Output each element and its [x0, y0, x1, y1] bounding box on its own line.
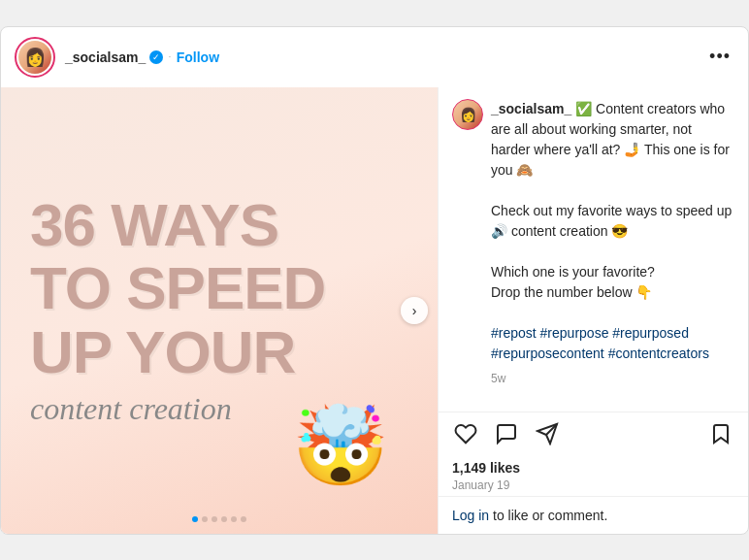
post-right-panel: 👩 _socialsam_ ✅ Content creators who are… — [438, 87, 748, 534]
caption-hashtags[interactable]: #repost #repurpose #repurposed #repurpos… — [491, 325, 709, 361]
carousel-dot-2[interactable] — [202, 516, 208, 522]
carousel-dot-4[interactable] — [221, 516, 227, 522]
post-card: 👩 _socialsam_ • Follow ••• 36 WAYS TO SP… — [0, 26, 749, 535]
post-image-content: 36 WAYS TO SPEED UP YOUR content creatio… — [1, 87, 438, 534]
likes-section: 1,149 likes January 19 — [439, 455, 748, 496]
post-header: 👩 _socialsam_ • Follow ••• — [1, 27, 748, 87]
header-username[interactable]: _socialsam_ — [65, 49, 146, 65]
caption-body-3: Which one is your favorite? — [491, 264, 655, 280]
caption-time: 5w — [491, 370, 734, 387]
carousel-dot-3[interactable] — [212, 516, 217, 522]
bookmark-icon — [709, 422, 733, 445]
caption-row: 👩 _socialsam_ ✅ Content creators who are… — [452, 99, 734, 387]
caption-area: 👩 _socialsam_ ✅ Content creators who are… — [439, 87, 748, 412]
like-button[interactable] — [452, 420, 479, 447]
header-avatar: 👩 — [18, 41, 51, 74]
header-avatar-wrap: 👩 — [15, 37, 55, 78]
dot-separator: • — [169, 54, 170, 59]
actions-bar — [439, 412, 748, 455]
more-options-button[interactable]: ••• — [705, 43, 734, 71]
carousel-dots — [192, 516, 246, 522]
comment-icon — [495, 422, 518, 445]
caption-verified-icon: ✅ — [575, 101, 596, 116]
image-emoji: 🤯 — [292, 408, 389, 485]
caption-text: _socialsam_ ✅ Content creators who are a… — [491, 99, 734, 387]
post-image-panel: 36 WAYS TO SPEED UP YOUR content creatio… — [1, 87, 438, 534]
caption-avatar: 👩 — [452, 99, 483, 130]
verified-icon — [149, 50, 163, 64]
caption-username[interactable]: _socialsam_ — [491, 101, 571, 116]
caption-body-2: Check out my favorite ways to speed up 🔊… — [491, 203, 732, 239]
heart-icon — [454, 422, 477, 445]
image-subtext: content creation — [30, 391, 232, 427]
header-info: _socialsam_ • Follow — [65, 49, 705, 65]
login-link[interactable]: Log in — [452, 508, 489, 523]
image-text-line3: UP YOUR — [30, 320, 295, 383]
login-comment-area: Log in to like or comment. — [439, 496, 748, 534]
post-date: January 19 — [452, 478, 734, 492]
carousel-next-button[interactable]: › — [401, 297, 428, 324]
save-button[interactable] — [707, 420, 734, 447]
carousel-dot-1[interactable] — [192, 516, 198, 522]
image-text-line2: TO SPEED — [30, 256, 325, 319]
post-body: 36 WAYS TO SPEED UP YOUR content creatio… — [1, 87, 748, 534]
comment-button[interactable] — [493, 420, 520, 447]
image-text-line1: 36 WAYS — [30, 193, 278, 256]
carousel-dot-6[interactable] — [241, 516, 246, 522]
follow-button[interactable]: Follow — [177, 49, 219, 65]
likes-count: 1,149 likes — [452, 460, 520, 476]
share-button[interactable] — [534, 420, 561, 447]
caption-body-4: Drop the number below 👇 — [491, 284, 652, 300]
carousel-dot-5[interactable] — [231, 516, 237, 522]
share-icon — [536, 422, 559, 445]
comment-suffix: to like or comment. — [489, 508, 607, 523]
